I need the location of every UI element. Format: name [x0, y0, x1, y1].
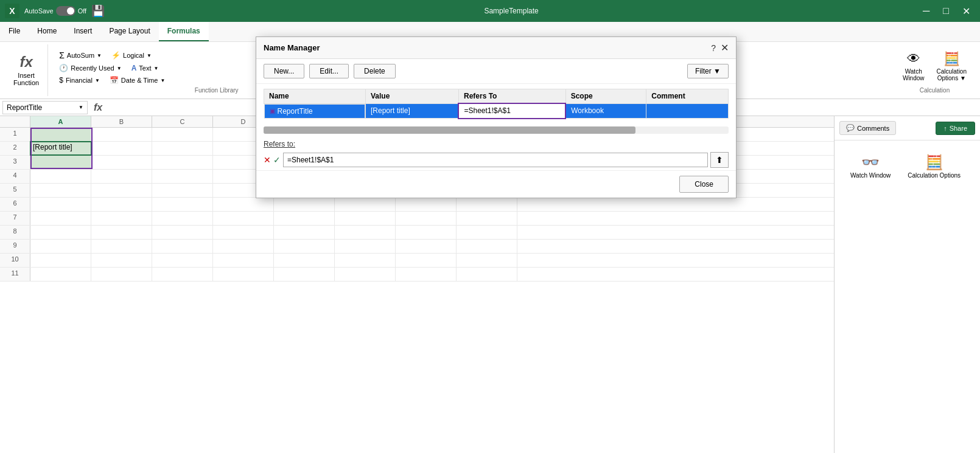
cell-E10[interactable]: [274, 254, 335, 267]
cell-E8[interactable]: [274, 226, 335, 239]
calculation-options-button[interactable]: 🧮 CalculationOptions ▼: [933, 49, 970, 84]
cell-C8[interactable]: [152, 226, 213, 239]
cell-H9[interactable]: [457, 240, 517, 253]
cell-A5[interactable]: [30, 184, 91, 197]
watch-window-sidebar-button[interactable]: 👓 Watch Window: [844, 150, 897, 182]
cell-D10[interactable]: [213, 254, 274, 267]
table-row[interactable]: ▣ ReportTitle [Report title] =Sheet1!$A$…: [264, 103, 729, 119]
new-button[interactable]: New...: [264, 64, 304, 78]
cell-B8[interactable]: [91, 226, 152, 239]
watch-window-button[interactable]: 👁 WatchWindow: [899, 49, 928, 84]
refers-to-input[interactable]: [283, 153, 708, 167]
refers-to-expand-button[interactable]: ⬆: [710, 152, 729, 168]
comments-button[interactable]: 💬 Comments: [839, 121, 896, 135]
minimize-button[interactable]: ─: [918, 3, 934, 19]
cell-E6[interactable]: [274, 198, 335, 211]
cell-C2[interactable]: [152, 142, 213, 155]
cell-B6[interactable]: [91, 198, 152, 211]
edit-button[interactable]: Edit...: [309, 64, 349, 78]
autosum-button[interactable]: Σ AutoSum ▼: [55, 49, 105, 61]
cell-C9[interactable]: [152, 240, 213, 253]
cell-B11[interactable]: [91, 268, 152, 281]
name-box[interactable]: ReportTitle ▼: [2, 101, 88, 114]
cell-C1[interactable]: [152, 128, 213, 141]
recently-used-button[interactable]: 🕐 Recently Used ▼: [55, 63, 125, 74]
logical-button[interactable]: ⚡ Logical ▼: [108, 49, 155, 61]
cell-G7[interactable]: [396, 212, 457, 225]
cell-F10[interactable]: [335, 254, 396, 267]
insert-function-button[interactable]: fx InsertFunction: [10, 51, 43, 89]
cell-C7[interactable]: [152, 212, 213, 225]
cell-A3[interactable]: [30, 156, 91, 169]
cell-B4[interactable]: [91, 170, 152, 183]
autosave-toggle[interactable]: [56, 6, 75, 16]
cell-G8[interactable]: [396, 226, 457, 239]
cell-B10[interactable]: [91, 254, 152, 267]
cell-H6[interactable]: [457, 198, 517, 211]
save-icon[interactable]: 💾: [91, 4, 105, 18]
cell-A2[interactable]: [Report title]: [30, 142, 91, 155]
name-manager-dialog[interactable]: Name Manager ? ✕ New... Edit... Delete F…: [256, 36, 737, 198]
cell-B7[interactable]: [91, 212, 152, 225]
cell-B9[interactable]: [91, 240, 152, 253]
cell-A4[interactable]: [30, 170, 91, 183]
tab-file[interactable]: File: [0, 22, 29, 41]
cell-D8[interactable]: [213, 226, 274, 239]
dialog-close-x-button[interactable]: ✕: [721, 42, 729, 54]
cell-F8[interactable]: [335, 226, 396, 239]
cell-A8[interactable]: [30, 226, 91, 239]
tab-insert[interactable]: Insert: [65, 22, 100, 41]
cell-B2[interactable]: [91, 142, 152, 155]
text-button[interactable]: A Text ▼: [128, 63, 163, 74]
cell-C4[interactable]: [152, 170, 213, 183]
cancel-icon[interactable]: ✕: [264, 155, 271, 165]
cell-D6[interactable]: [213, 198, 274, 211]
cell-A10[interactable]: [30, 254, 91, 267]
tab-formulas[interactable]: Formulas: [159, 22, 209, 41]
cell-E9[interactable]: [274, 240, 335, 253]
tab-home[interactable]: Home: [29, 22, 65, 41]
delete-button[interactable]: Delete: [354, 64, 396, 78]
cell-C3[interactable]: [152, 156, 213, 169]
cell-B3[interactable]: [91, 156, 152, 169]
filter-button[interactable]: Filter ▼: [687, 64, 729, 78]
col-header-A[interactable]: A: [30, 116, 91, 127]
dialog-close-button[interactable]: Close: [679, 176, 729, 193]
cell-D9[interactable]: [213, 240, 274, 253]
cell-E7[interactable]: [274, 212, 335, 225]
cell-A9[interactable]: [30, 240, 91, 253]
dialog-help-button[interactable]: ?: [711, 43, 716, 53]
dialog-scrollbar[interactable]: [264, 126, 729, 134]
financial-button[interactable]: $ Financial ▼: [55, 75, 103, 86]
cell-G9[interactable]: [396, 240, 457, 253]
cell-A7[interactable]: [30, 212, 91, 225]
cell-A11[interactable]: [30, 268, 91, 281]
cell-C6[interactable]: [152, 198, 213, 211]
cell-D7[interactable]: [213, 212, 274, 225]
cell-H10[interactable]: [457, 254, 517, 267]
cell-F9[interactable]: [335, 240, 396, 253]
cell-F11[interactable]: [335, 268, 396, 281]
cell-G6[interactable]: [396, 198, 457, 211]
date-time-button[interactable]: 📅 Date & Time ▼: [106, 75, 169, 86]
cell-H8[interactable]: [457, 226, 517, 239]
dialog-scroll-area[interactable]: Name Value Refers To Scope Comment ▣ Rep…: [256, 84, 736, 124]
cell-H11[interactable]: [457, 268, 517, 281]
cell-A6[interactable]: [30, 198, 91, 211]
share-button[interactable]: ↑ Share: [936, 122, 975, 135]
maximize-button[interactable]: □: [938, 3, 954, 19]
cell-B5[interactable]: [91, 184, 152, 197]
cell-B1[interactable]: [91, 128, 152, 141]
cell-H7[interactable]: [457, 212, 517, 225]
cell-D11[interactable]: [213, 268, 274, 281]
col-header-B[interactable]: B: [91, 116, 152, 127]
cell-F6[interactable]: [335, 198, 396, 211]
cell-A1[interactable]: [30, 128, 91, 141]
col-header-C[interactable]: C: [152, 116, 213, 127]
cell-C11[interactable]: [152, 268, 213, 281]
tab-page-layout[interactable]: Page Layout: [100, 22, 158, 41]
cell-G10[interactable]: [396, 254, 457, 267]
cell-G11[interactable]: [396, 268, 457, 281]
cell-C10[interactable]: [152, 254, 213, 267]
cell-F7[interactable]: [335, 212, 396, 225]
